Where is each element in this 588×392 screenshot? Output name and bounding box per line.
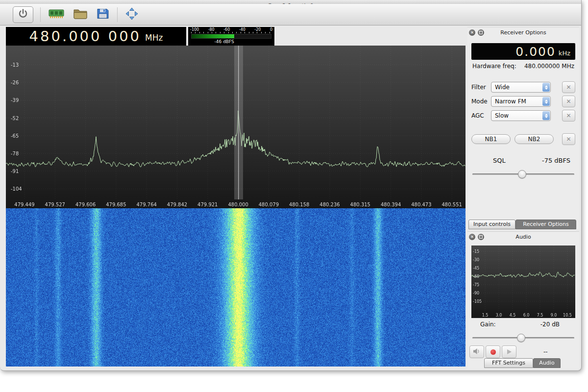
channel-frequency-display[interactable]: 0.000 kHz [471,43,575,60]
mode-options-button[interactable]: ✕ [562,96,575,107]
sql-value: -75 dBFS [542,157,570,164]
nb1-button[interactable]: NB1 [471,134,511,144]
audio-db-tick: -30 [473,258,479,262]
audio-freq-tick: 6.0 [523,313,530,318]
save-icon [97,8,109,21]
audio-db-tick: -90 [473,291,479,295]
audio-spectrum-plot: -15-30-45-60-75-90-105 1.53.04.56.07.59.… [471,245,575,318]
spectrum-plot[interactable]: -13-26-39-52-65-78-91-104 479.449479.527… [6,46,466,208]
nb2-button[interactable]: NB2 [514,134,554,144]
close-icon[interactable]: ✕ [469,29,475,36]
agc-value: Slow [495,112,509,119]
signal-meter: -100-80-60-40-200 -46 dBFS [188,27,274,46]
audio-panel: ✕ Audio -15-30-45-60-75-90-105 1.53.04.5… [467,231,579,369]
audio-freq-tick: 4.5 [510,313,516,318]
frequency-value[interactable]: 480.000 000 [29,28,142,45]
filter-row: Filter Wide ✕ [471,81,575,93]
stepper-icon [542,111,550,120]
gain-slider[interactable] [472,334,574,342]
tab-audio[interactable]: Audio [533,358,561,368]
left-dock-tabbar: Input controls Receiver Options [468,220,576,229]
audio-dock-tabbar: FFT Settings Audio [484,358,561,368]
folder-icon [73,8,88,21]
close-icon[interactable]: ✕ [469,234,475,240]
audio-panel-title: Audio [467,232,579,243]
audio-db-tick: -75 [473,283,479,287]
waterfall-canvas[interactable] [6,208,466,367]
hardware-freq-value: 480.000000 MHz [524,63,574,70]
audio-freq-tick: 7.5 [537,313,543,318]
gain-value: -20 dB [540,321,560,328]
spectrum-canvas[interactable] [6,46,466,199]
signal-meter-fill [192,34,234,38]
pan-button[interactable] [124,6,139,23]
agc-label: AGC [471,112,491,119]
filter-options-button[interactable]: ✕ [562,81,575,93]
spectrum-freq-tick: 480.315 [350,202,370,207]
receiver-options-panel: ✕ Receiver Options 0.000 kHz Hardware fr… [467,27,579,229]
audio-freq-tick: 1.5 [482,313,489,318]
audio-db-tick: -105 [473,299,482,304]
configure-devices-button[interactable] [48,6,65,23]
spectrum-freq-tick: 479.685 [106,202,126,207]
frequency-display[interactable]: 480.000 000 MHz [6,27,186,46]
spectrum-freq-tick: 480.079 [259,202,279,207]
toolbar-separator [117,7,118,22]
play-icon [507,349,512,354]
save-settings-button[interactable] [96,7,110,22]
stepper-icon [542,97,550,106]
signal-meter-ticks [191,32,271,33]
spectrum-freq-tick: 480.000 [228,202,248,207]
load-settings-button[interactable] [72,7,89,22]
tab-fft-settings[interactable]: FFT Settings [484,358,533,368]
noise-blanker-row: NB1 NB2 ✕ [471,133,575,145]
spectrum-freq-tick: 479.764 [137,202,157,207]
toolbar-separator [40,7,41,22]
audio-spectrum-canvas [471,245,575,318]
mute-button[interactable] [469,345,484,358]
meter-scale-tick: -40 [239,27,245,32]
devices-icon [49,7,64,22]
power-button[interactable] [13,6,33,23]
audio-panel-header: ✕ Audio [467,232,579,243]
sql-label: SQL [493,157,506,164]
signal-meter-scale: -100-80-60-40-200 [189,27,273,32]
spectrum-freq-tick: 479.842 [167,202,187,207]
float-icon[interactable] [478,29,484,36]
gain-slider-handle[interactable] [517,334,525,342]
mode-select[interactable]: Narrow FM [491,96,551,107]
record-icon [490,349,496,355]
spectrum-freq-tick: 479.921 [197,202,218,207]
receiver-panel-header: ✕ Receiver Options [467,27,579,38]
squelch-slider-handle[interactable] [518,170,526,178]
nb-options-button[interactable]: ✕ [562,133,575,145]
signal-meter-bar [191,34,271,39]
spectrum-freq-tick: 479.606 [75,202,96,207]
stepper-icon [542,83,550,92]
pan-arrows-icon [125,7,138,22]
float-icon[interactable] [478,234,484,240]
squelch-slider[interactable] [472,170,574,178]
receiver-panel-title: Receiver Options [467,27,579,38]
audio-freq-tick: 10.5 [563,313,572,318]
play-button[interactable] [502,345,516,358]
frequency-bar: 480.000 000 MHz -100-80-60-40-200 -46 dB… [6,27,274,46]
main-toolbar [0,4,581,25]
squelch-row: SQL -75 dBFS [493,157,570,164]
meter-scale-tick: -80 [208,27,215,32]
speaker-icon [473,348,481,356]
tab-input-controls[interactable]: Input controls [468,220,515,229]
agc-options-button[interactable]: ✕ [562,110,575,122]
tab-receiver-options[interactable]: Receiver Options [515,220,576,229]
agc-select[interactable]: Slow [491,110,551,121]
record-button[interactable] [486,345,500,358]
channel-frequency-unit: kHz [559,49,570,57]
spectrum-freq-tick: 480.236 [319,202,340,207]
channel-frequency-value[interactable]: 0.000 [515,45,556,59]
spectrum-freq-tick: 480.158 [289,202,309,207]
waterfall-plot[interactable] [6,208,466,367]
frequency-unit: MHz [145,33,163,43]
gain-row: Gain: -20 dB [480,321,560,328]
audio-freq-tick: 3.0 [496,313,502,318]
filter-select[interactable]: Wide [491,82,551,93]
